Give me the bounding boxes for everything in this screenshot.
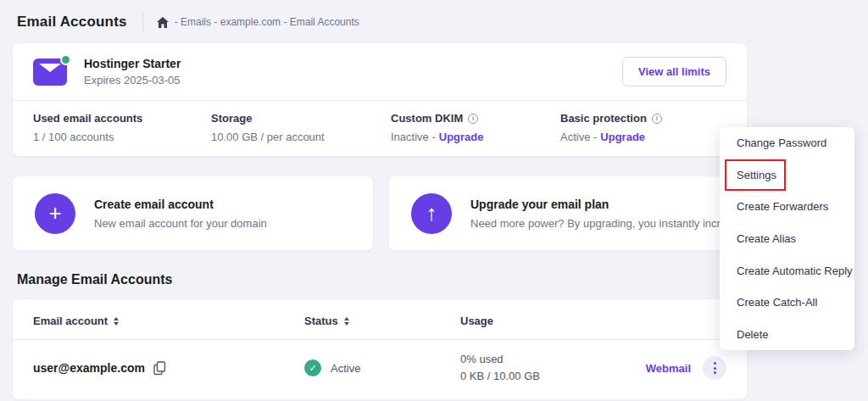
webmail-link[interactable]: Webmail xyxy=(646,362,691,375)
view-all-limits-button[interactable]: View all limits xyxy=(622,57,726,86)
menu-item-change-password[interactable]: Change Password xyxy=(720,127,854,159)
action-card-title: Create email account xyxy=(94,198,267,211)
plan-expiry: Expires 2025-03-05 xyxy=(84,74,181,86)
table-header-row: Email account Status Usage xyxy=(13,299,747,339)
stat-value-text: Inactive - xyxy=(391,131,436,143)
action-cards-row: + Create email account New email account… xyxy=(12,175,748,251)
menu-item-create-catch-all[interactable]: Create Catch-All xyxy=(720,287,854,319)
stat-value: Inactive -Upgrade xyxy=(391,131,560,143)
stat-storage: Storage 10.00 GB / per account xyxy=(211,112,391,143)
header-label: Usage xyxy=(460,315,493,327)
email-accounts-table: Email account Status Usage user@example.… xyxy=(12,298,748,400)
header-divider xyxy=(142,11,143,33)
header-label: Email account xyxy=(33,315,108,327)
table-row: user@example.com ✓ Active 0% used 0 KB /… xyxy=(13,340,747,399)
menu-item-delete[interactable]: Delete xyxy=(720,318,854,350)
stat-label: Custom DKIM i xyxy=(391,112,560,125)
stat-value-text: Active - xyxy=(560,131,597,143)
create-email-account-card[interactable]: + Create email account New email account… xyxy=(12,175,374,251)
upgrade-email-plan-card[interactable]: ↑ Upgrade your email plan Need more powe… xyxy=(388,175,748,251)
header-usage: Usage xyxy=(460,315,633,327)
info-icon[interactable]: i xyxy=(652,114,662,124)
sort-icon[interactable] xyxy=(344,317,349,326)
stat-label-text: Basic protection xyxy=(560,112,647,125)
plus-icon: + xyxy=(35,193,75,234)
email-address: user@example.com xyxy=(33,361,145,375)
usage-detail: 0 KB / 10.00 GB xyxy=(460,368,633,385)
content-area: Hostinger Starter Expires 2025-03-05 Vie… xyxy=(12,42,748,400)
menu-item-create-alias[interactable]: Create Alias xyxy=(720,223,854,255)
account-context-menu: Change Password Settings Create Forwarde… xyxy=(720,127,854,350)
home-icon[interactable] xyxy=(157,17,169,28)
page-header: Email Accounts - Emails - example.com - … xyxy=(0,0,868,42)
stat-value: Active -Upgrade xyxy=(560,131,726,143)
upgrade-link[interactable]: Upgrade xyxy=(600,131,645,143)
stat-label: Basic protection i xyxy=(560,112,726,125)
plan-stats-row: Used email accounts 1 / 100 accounts Sto… xyxy=(13,101,747,156)
stat-value: 1 / 100 accounts xyxy=(33,131,211,143)
action-card-subtitle: New email account for your domain xyxy=(94,217,267,230)
stat-used-accounts: Used email accounts 1 / 100 accounts xyxy=(33,112,211,143)
status-badge: Active xyxy=(331,362,360,375)
stat-basic-protection: Basic protection i Active -Upgrade xyxy=(560,112,726,143)
kebab-menu-icon[interactable] xyxy=(703,356,726,380)
email-plan-icon xyxy=(33,58,67,86)
breadcrumb[interactable]: - Emails - example.com - Email Accounts xyxy=(157,16,359,28)
header-status[interactable]: Status xyxy=(304,315,460,327)
check-icon: ✓ xyxy=(304,359,321,376)
plan-card: Hostinger Starter Expires 2025-03-05 Vie… xyxy=(12,42,748,157)
info-icon[interactable]: i xyxy=(468,114,478,124)
plan-info: Hostinger Starter Expires 2025-03-05 xyxy=(84,57,181,86)
action-card-text: Upgrade your email plan Need more power?… xyxy=(470,198,748,230)
manage-section-heading: Manage Email Accounts xyxy=(17,272,748,287)
action-card-title: Upgrade your email plan xyxy=(470,198,748,211)
status-cell: ✓ Active xyxy=(304,359,460,376)
plan-name: Hostinger Starter xyxy=(84,57,181,70)
breadcrumb-text: - Emails - example.com - Email Accounts xyxy=(175,16,359,28)
plan-card-top: Hostinger Starter Expires 2025-03-05 Vie… xyxy=(13,43,747,100)
header-label: Status xyxy=(304,315,338,327)
row-actions: Webmail xyxy=(633,356,726,380)
menu-item-create-automatic-reply[interactable]: Create Automatic Reply xyxy=(720,254,854,287)
email-account-cell: user@example.com xyxy=(33,361,304,376)
menu-item-create-forwarders[interactable]: Create Forwarders xyxy=(720,191,854,223)
stat-label-text: Custom DKIM xyxy=(391,112,463,125)
usage-percent: 0% used xyxy=(460,351,633,368)
stat-custom-dkim: Custom DKIM i Inactive -Upgrade xyxy=(391,112,560,143)
usage-cell: 0% used 0 KB / 10.00 GB xyxy=(460,351,633,385)
stat-label: Storage xyxy=(211,112,391,125)
sort-icon[interactable] xyxy=(114,317,119,326)
action-card-text: Create email account New email account f… xyxy=(94,198,267,230)
header-email-account[interactable]: Email account xyxy=(33,315,304,327)
stat-label: Used email accounts xyxy=(33,112,211,125)
upgrade-link[interactable]: Upgrade xyxy=(439,131,484,143)
arrow-up-icon: ↑ xyxy=(411,193,452,234)
status-dot-icon xyxy=(60,54,71,65)
page-title: Email Accounts xyxy=(17,14,127,31)
stat-value: 10.00 GB / per account xyxy=(211,131,391,143)
action-card-subtitle: Need more power? By upgrading, you insta… xyxy=(470,217,748,230)
copy-icon[interactable] xyxy=(153,361,166,376)
menu-item-settings[interactable]: Settings xyxy=(720,159,854,192)
